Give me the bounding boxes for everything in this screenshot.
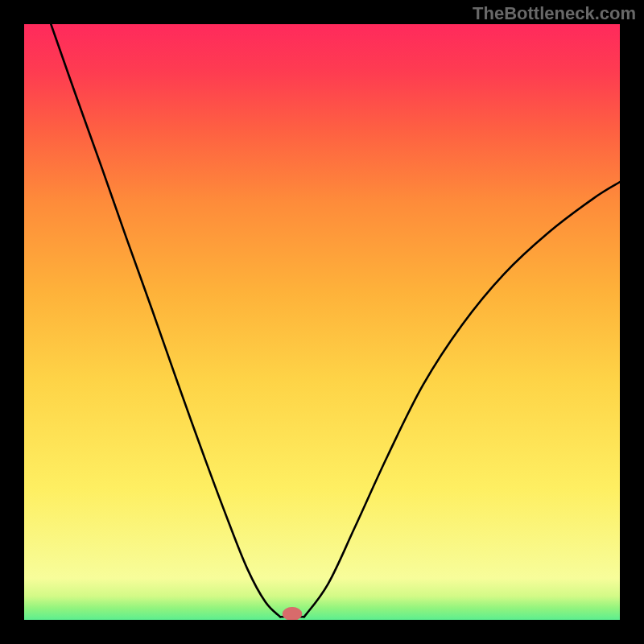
watermark-text: TheBottleneck.com [473, 3, 636, 24]
chart-frame: TheBottleneck.com [0, 0, 644, 644]
plot-area [24, 24, 620, 620]
plot-svg [24, 24, 620, 620]
bottleneck-curve-left [51, 24, 280, 617]
bottleneck-curve-right [304, 182, 620, 617]
optimal-point-marker [283, 607, 302, 620]
